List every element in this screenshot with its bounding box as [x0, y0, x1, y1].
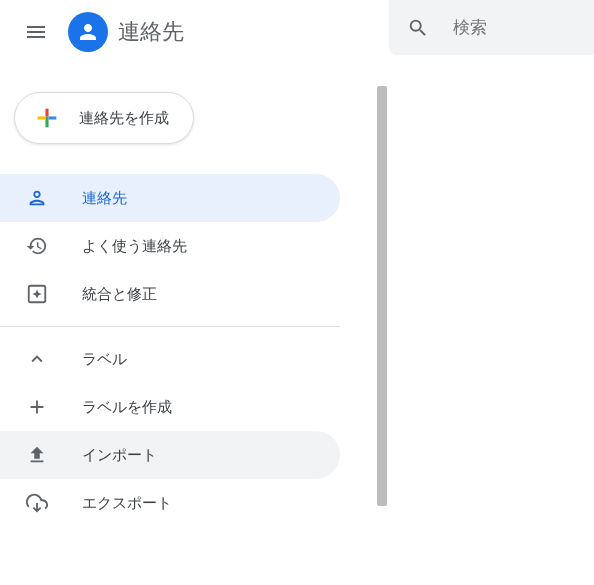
nav-merge-fix[interactable]: 統合と修正: [0, 270, 340, 318]
sidebar-nav-2: ラベル ラベルを作成 インポート エクスポート: [0, 335, 340, 527]
person-outline-icon: [26, 187, 54, 209]
nav-labels-label: ラベル: [82, 350, 127, 369]
nav-frequent-label: よく使う連絡先: [82, 237, 187, 256]
divider: [0, 326, 340, 327]
nav-export[interactable]: エクスポート: [0, 479, 340, 527]
sparkle-box-icon: [26, 283, 54, 305]
create-contact-button[interactable]: 連絡先を作成: [14, 92, 194, 144]
nav-contacts-label: 連絡先: [82, 189, 127, 208]
sidebar-nav: 連絡先 よく使う連絡先 統合と修正: [0, 174, 340, 318]
nav-contacts[interactable]: 連絡先: [0, 174, 340, 222]
cloud-download-icon: [26, 492, 54, 514]
upload-icon: [26, 444, 54, 466]
main-menu-button[interactable]: [12, 8, 60, 56]
create-contact-label: 連絡先を作成: [79, 109, 169, 128]
search-icon: [407, 17, 429, 39]
nav-labels[interactable]: ラベル: [0, 335, 340, 383]
history-icon: [26, 235, 54, 257]
nav-frequent[interactable]: よく使う連絡先: [0, 222, 340, 270]
plus-icon: [26, 396, 54, 418]
nav-create-label-label: ラベルを作成: [82, 398, 172, 417]
person-icon: [76, 20, 100, 44]
plus-icon: [33, 104, 61, 132]
app-title: 連絡先: [118, 17, 184, 47]
search-container[interactable]: [389, 0, 594, 55]
contacts-logo: [68, 12, 108, 52]
nav-import[interactable]: インポート: [0, 431, 340, 479]
nav-create-label[interactable]: ラベルを作成: [0, 383, 340, 431]
nav-export-label: エクスポート: [82, 494, 172, 513]
search-input[interactable]: [453, 18, 553, 38]
nav-import-label: インポート: [82, 446, 157, 465]
scrollbar[interactable]: [377, 86, 387, 506]
nav-merge-fix-label: 統合と修正: [82, 285, 157, 304]
hamburger-icon: [24, 20, 48, 44]
chevron-up-icon: [26, 348, 54, 370]
